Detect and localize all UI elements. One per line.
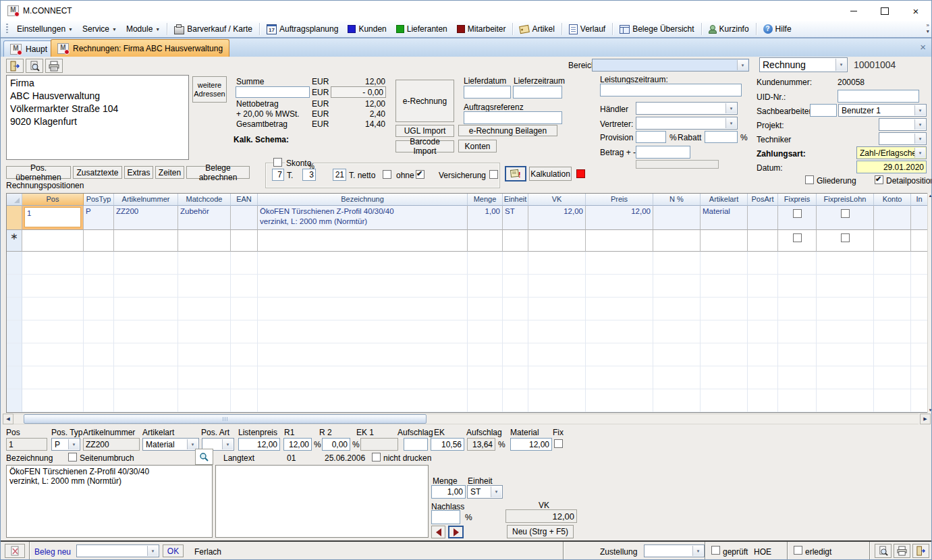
grid-cell-konto[interactable]	[874, 252, 911, 275]
techniker-select[interactable]: ▼	[879, 132, 927, 145]
menu-item-barverkauf-karte[interactable]: Barverkauf / Karte	[169, 22, 257, 36]
projekt-select[interactable]: ▼	[879, 118, 927, 131]
versicherung-checkbox[interactable]	[489, 170, 498, 179]
grid-cell-postyp[interactable]	[84, 343, 114, 366]
grid-cell-pos[interactable]	[22, 230, 84, 252]
grid-cell-matchcode[interactable]	[178, 389, 231, 412]
tab-haupt[interactable]: Haupt	[3, 40, 54, 57]
grid-cell-vk[interactable]	[528, 389, 586, 412]
grid-cell-postyp[interactable]	[84, 230, 114, 252]
e-rechnung-button[interactable]: e-Rechnung	[395, 80, 454, 122]
menu-item-artikel[interactable]: Artikel	[515, 22, 559, 36]
grid-cell-in[interactable]	[911, 320, 928, 343]
grid-cell-nproz[interactable]	[653, 366, 701, 389]
detailposition-checkbox[interactable]	[875, 175, 883, 184]
grid-cell-einheit[interactable]	[503, 275, 528, 298]
grid-cell-artikelart[interactable]: Material	[701, 206, 748, 230]
e-rechnung-beilagen-button[interactable]: e-Rechnung Beilagen	[458, 125, 557, 136]
grid-cell-matchcode[interactable]	[178, 230, 231, 252]
sachbearbeiter-select[interactable]: Benutzer 1▼	[838, 104, 927, 117]
menu-item-lieferanten[interactable]: Lieferanten	[391, 22, 452, 36]
grid-cell-postyp[interactable]	[84, 389, 114, 412]
grid-cell-bezeichnung[interactable]: ÖkoFEN Türschienen Z-Profil 40/30/40 ver…	[258, 206, 468, 230]
grid-cell-pos[interactable]: 1	[22, 206, 84, 230]
barcode-import-button[interactable]: Barcode Import	[395, 140, 454, 152]
grid-cell-sel[interactable]	[7, 343, 22, 366]
sachbearbeiter-input[interactable]	[810, 104, 837, 117]
grid-cell-konto[interactable]	[874, 275, 911, 298]
grid-cell-menge[interactable]: 1,00	[468, 206, 503, 230]
grid-fixpreislohn-checkbox[interactable]	[841, 233, 850, 242]
grid-cell-fixpreis[interactable]	[778, 366, 817, 389]
lieferzeitraum-input[interactable]	[513, 86, 562, 99]
menu-item-belege-uebersicht[interactable]: Belege Übersicht	[615, 22, 698, 36]
grid-cell-ean[interactable]	[231, 206, 258, 230]
grid-cell-preis[interactable]	[586, 343, 653, 366]
grid-cell-fixpreislohn[interactable]	[817, 298, 874, 320]
statusbar-print-button[interactable]	[894, 544, 910, 558]
grid-cell-sel[interactable]	[7, 389, 22, 412]
erledigt-checkbox[interactable]	[794, 546, 802, 555]
konten-button[interactable]: Konten	[458, 140, 497, 152]
detail-material-input[interactable]	[510, 438, 552, 451]
grid-cell-nproz[interactable]	[653, 275, 701, 298]
zeiten-button[interactable]: Zeiten	[155, 166, 184, 179]
grid-cell-in[interactable]	[911, 366, 928, 389]
grid-cell-matchcode[interactable]	[178, 275, 231, 298]
doc-type-select[interactable]: Rechnung▼	[759, 57, 848, 72]
detail-menge-input[interactable]	[431, 485, 466, 499]
grid-cell-preis[interactable]: 12,00	[586, 206, 653, 230]
menu-item-kunden[interactable]: Kunden	[343, 22, 391, 36]
grid-cell-ean[interactable]	[231, 298, 258, 320]
grid-cell-konto[interactable]	[874, 389, 911, 412]
grid-vertical-scrollbar[interactable]: ▲ ▼	[927, 193, 932, 413]
grid-cell-vk[interactable]	[528, 275, 586, 298]
grid-cell-menge[interactable]	[468, 389, 503, 412]
langtext-textarea[interactable]	[215, 465, 429, 538]
detail-pos-input[interactable]	[6, 438, 47, 451]
grid-cell-fixpreislohn[interactable]	[817, 343, 874, 366]
grid-cell-ean[interactable]	[231, 275, 258, 298]
grid-fixpreis-checkbox[interactable]	[793, 209, 802, 218]
grid-cell-ean[interactable]	[231, 343, 258, 366]
vertreter-select[interactable]: ▼	[636, 117, 738, 130]
next-position-button[interactable]	[448, 526, 464, 538]
grid-cell-posart[interactable]	[748, 230, 778, 252]
grid-cell-preis[interactable]	[586, 320, 653, 343]
grid-cell-artikelart[interactable]	[701, 366, 748, 389]
maximize-button[interactable]	[869, 1, 900, 21]
menu-item-mitarbeiter[interactable]: Mitarbeiter	[452, 22, 511, 36]
menu-item-auftragsplanung[interactable]: Auftragsplanung	[262, 22, 343, 36]
grid-cell-einheit[interactable]	[503, 320, 528, 343]
grid-cell-artikelart[interactable]	[701, 320, 748, 343]
grid-cell-preis[interactable]	[586, 389, 653, 412]
grid-cell-einheit[interactable]	[503, 252, 528, 275]
grid-cell-konto[interactable]	[874, 366, 911, 389]
nachlass-input[interactable]	[431, 510, 460, 524]
grid-col-header-in[interactable]: In	[911, 194, 928, 206]
grid-cell-fixpreis[interactable]	[778, 389, 817, 412]
grid-cell-nproz[interactable]	[653, 320, 701, 343]
grid-cell-ean[interactable]	[231, 320, 258, 343]
grid-cell-artikelnummer[interactable]	[114, 320, 178, 343]
grid-cell-matchcode[interactable]	[178, 320, 231, 343]
grid-cell-nproz[interactable]	[653, 389, 701, 412]
tab-close-icon[interactable]: ×	[920, 41, 926, 53]
bereich-select[interactable]: ▼	[592, 59, 749, 72]
grid-cell-fixpreislohn[interactable]	[817, 366, 874, 389]
detail-r1-input[interactable]	[283, 438, 312, 451]
detail-einheit-select[interactable]: ST▼	[467, 485, 503, 499]
grid-col-header-vk[interactable]: VK	[528, 194, 586, 206]
grid-cell-bezeichnung[interactable]	[258, 343, 468, 366]
detail-postyp-select[interactable]: P▼	[51, 438, 80, 451]
ok-button[interactable]: OK	[163, 544, 184, 557]
grid-cell-in[interactable]	[911, 206, 928, 230]
positions-grid[interactable]: PosPosTypArtikelnummerMatchcodeEANBezeic…	[6, 193, 929, 413]
skonto-tage-netto-input[interactable]	[333, 169, 346, 181]
menu-item-hilfe[interactable]: Hilfe	[759, 22, 796, 36]
grid-cell-in[interactable]	[911, 275, 928, 298]
grid-cell-posart[interactable]	[748, 275, 778, 298]
statusbar-exit-button[interactable]	[912, 544, 929, 558]
grid-cell-sel[interactable]	[7, 298, 22, 320]
rabatt-input[interactable]	[705, 131, 738, 143]
